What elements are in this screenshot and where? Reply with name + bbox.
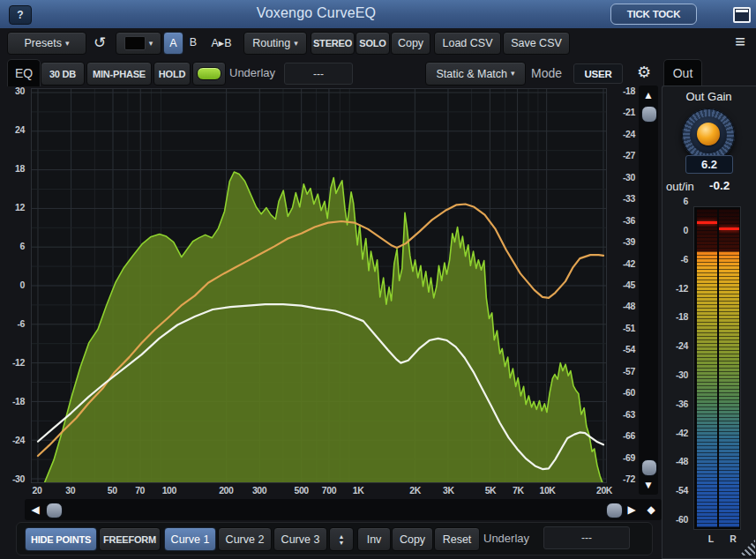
copy-button[interactable]: Copy — [391, 32, 430, 55]
tab-eq[interactable]: EQ — [7, 59, 41, 86]
bottom-underlay-label: Underlay — [483, 532, 529, 545]
right-scale-label: -36 — [612, 215, 635, 226]
undo-icon[interactable]: ↺ — [87, 32, 112, 53]
presets-label: Presets — [25, 37, 62, 49]
h-scrollbar-track[interactable] — [25, 499, 662, 520]
meter-scale-label: 6 — [665, 196, 688, 206]
channel-label-right: R — [727, 533, 739, 544]
eq-plot[interactable] — [31, 88, 607, 483]
underlay-selector[interactable]: --- — [284, 63, 353, 85]
curve-1-button[interactable]: Curve 1 — [164, 527, 216, 551]
routing-label: Routing — [252, 37, 290, 49]
meter-bar-left — [697, 209, 717, 527]
output-meter[interactable] — [693, 206, 741, 530]
stereo-button[interactable]: STEREO — [311, 32, 355, 55]
curve-2-button[interactable]: Curve 2 — [218, 527, 272, 551]
h-scroll-thumb-right[interactable] — [606, 503, 623, 518]
v-scroll-thumb-top[interactable] — [641, 106, 657, 123]
underlay-label: Underlay — [229, 66, 275, 79]
curveeq-window: ? Voxengo CurveEQ TICK TOCK Presets ▾ ↺ … — [0, 0, 756, 559]
solo-button[interactable]: SOLO — [356, 32, 390, 55]
bottom-underlay-selector[interactable]: --- — [543, 526, 630, 549]
save-csv-button[interactable]: Save CSV — [503, 32, 570, 55]
menu-icon[interactable]: ≡ — [729, 31, 752, 52]
freq-scale-label: 5K — [475, 485, 505, 496]
black-swatch — [124, 36, 146, 50]
fit-view-diamond-button[interactable]: ◆ — [642, 499, 660, 520]
right-scale-label: -33 — [612, 193, 635, 204]
out-in-value: -0.2 — [709, 179, 730, 192]
peak-hold-left — [697, 221, 717, 224]
green-swatch — [197, 67, 221, 80]
right-scale-label: -27 — [612, 150, 635, 160]
routing-button[interactable]: Routing ▾ — [243, 32, 307, 55]
left-scale-label: -6 — [2, 318, 25, 329]
right-scale-label: -18 — [612, 86, 635, 96]
mode-value[interactable]: USER — [573, 63, 623, 84]
right-scale-label: -72 — [612, 473, 635, 484]
out-gain-knob[interactable] — [682, 108, 735, 161]
freq-scale-label: 10K — [532, 485, 562, 496]
reset-curve-button[interactable]: Reset — [434, 527, 480, 551]
curve-spinner-button[interactable]: ▲ ▼ — [329, 527, 354, 551]
copy-curve-button[interactable]: Copy — [392, 527, 433, 551]
a-to-b-button[interactable]: A▸B — [205, 32, 238, 53]
left-scale-label: 12 — [2, 202, 25, 212]
v-scroll-up-button[interactable]: ▲ — [639, 87, 658, 103]
freq-scale-label: 2K — [400, 485, 430, 496]
v-scrollbar-track[interactable] — [639, 86, 658, 495]
h-scroll-right-button[interactable]: ▶ — [623, 499, 640, 520]
match-mode-button[interactable]: Static & Match ▾ — [425, 62, 526, 86]
invert-button[interactable]: Inv — [357, 527, 391, 551]
help-button[interactable]: ? — [9, 5, 32, 25]
freq-scale-label: 700 — [314, 485, 344, 496]
meter-scale-label: -12 — [665, 283, 688, 294]
min-phase-button[interactable]: MIN-PHASE — [86, 62, 152, 86]
meter-bar-right — [719, 209, 739, 527]
v-scroll-down-button[interactable]: ▼ — [639, 477, 658, 493]
freq-scale-label: 70 — [125, 485, 155, 496]
tab-out[interactable]: Out — [663, 59, 702, 86]
channel-label-left: L — [705, 533, 717, 544]
out-gain-value[interactable]: 6.2 — [685, 155, 733, 174]
gear-icon[interactable]: ⚙ — [633, 62, 655, 83]
spinner-down-icon: ▼ — [339, 540, 345, 546]
v-scroll-thumb-bottom[interactable] — [641, 459, 657, 476]
right-scale-label: -39 — [612, 236, 635, 247]
left-scale-label: -24 — [2, 435, 25, 445]
mode-label: Mode — [531, 66, 562, 80]
db-range-button[interactable]: 30 DB — [41, 62, 85, 86]
freq-scale-label: 1K — [343, 485, 373, 496]
curve-3-button[interactable]: Curve 3 — [273, 527, 327, 551]
right-scale-label: -63 — [612, 409, 635, 420]
tick-tock-button[interactable]: TICK TOCK — [610, 4, 697, 25]
right-db-scale: -18-21-24-27-30-33-36-39-42-45-48-51-54-… — [610, 88, 635, 483]
restore-window-icon[interactable] — [733, 7, 751, 23]
load-csv-button[interactable]: Load CSV — [434, 32, 501, 55]
freeform-button[interactable]: FREEFORM — [99, 527, 161, 551]
h-scroll-left-button[interactable]: ◀ — [26, 499, 44, 520]
ab-b-button[interactable]: B — [184, 32, 202, 53]
hold-button[interactable]: HOLD — [153, 62, 191, 86]
freq-scale-label: 500 — [287, 485, 317, 496]
left-scale-label: 18 — [2, 163, 25, 174]
chevron-down-icon: ▾ — [149, 40, 153, 48]
freq-scale-label: 300 — [244, 485, 274, 496]
meter-scale-label: -36 — [665, 399, 688, 409]
hide-points-button[interactable]: HIDE POINTS — [25, 527, 97, 551]
color-swatch-selector[interactable]: ▾ — [116, 32, 161, 55]
freq-scale-label: 200 — [211, 485, 241, 496]
frequency-scale: 203050701002003005007001K2K3K5K7K10K20K — [31, 484, 607, 498]
knob-cap — [697, 123, 720, 145]
meter-scale-label: -30 — [665, 369, 688, 380]
meter-scale-label: -42 — [665, 428, 688, 438]
right-scale-label: -69 — [612, 452, 635, 463]
freq-scale-label: 20 — [22, 485, 52, 496]
left-scale-label: -12 — [2, 357, 25, 368]
eq-plot-svg — [32, 89, 606, 482]
window-title: Voxengo CurveEQ — [79, 5, 553, 21]
ab-a-button[interactable]: A — [163, 32, 183, 55]
h-scroll-thumb-left[interactable] — [46, 503, 63, 518]
spectrum-color-button[interactable] — [192, 62, 226, 86]
presets-button[interactable]: Presets ▾ — [7, 32, 86, 55]
